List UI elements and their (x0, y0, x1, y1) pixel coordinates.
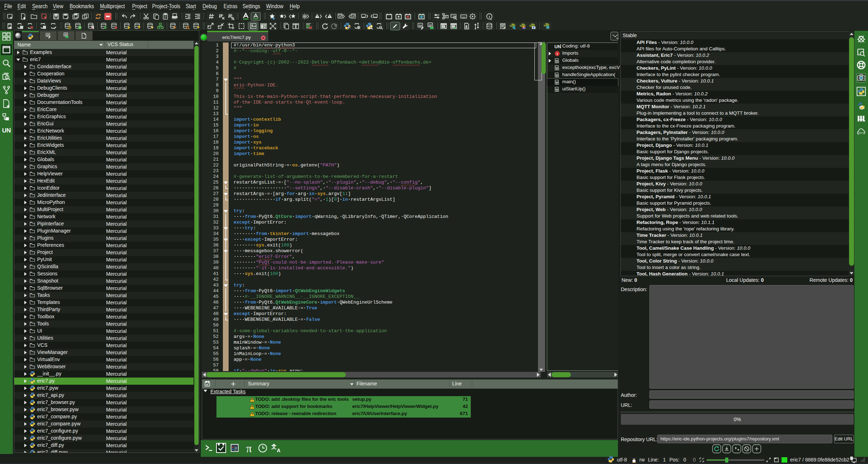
svg-text:Qt: Qt (429, 24, 432, 27)
svg-text:U: U (2, 127, 7, 134)
svg-text:π: π (246, 443, 252, 454)
svg-text:Qt: Qt (419, 24, 422, 27)
svg-text:N: N (6, 127, 11, 134)
svg-text:文: 文 (271, 444, 277, 450)
svg-text:A: A (277, 448, 280, 453)
svg-text:[Qt]: [Qt] (442, 25, 445, 28)
svg-text:Qt: Qt (65, 33, 68, 36)
svg-text:?: ? (79, 26, 80, 29)
svg-text:MQTT: MQTT (858, 132, 864, 134)
svg-text:Qt: Qt (47, 34, 50, 36)
svg-text:UN: UN (554, 44, 561, 49)
svg-text:i: i (557, 52, 558, 56)
